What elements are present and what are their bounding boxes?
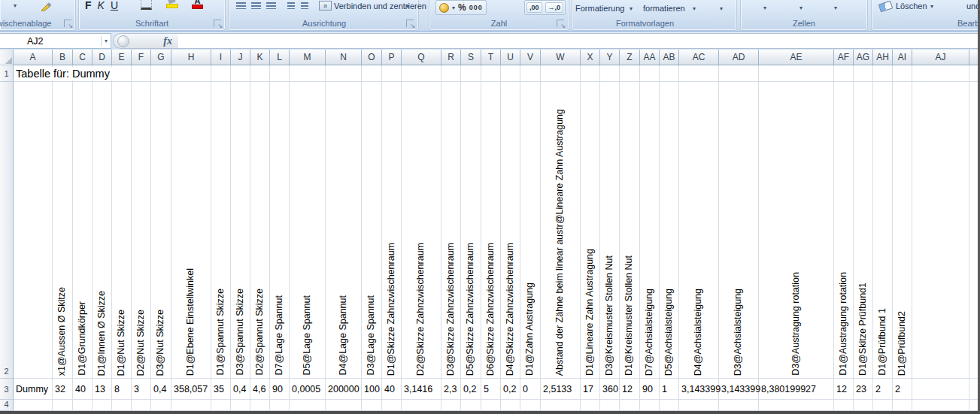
column-header-AG[interactable]: AG (854, 50, 873, 65)
cell-G2[interactable]: D3@Nut Skizze (151, 82, 171, 379)
cell-M4[interactable] (290, 400, 326, 411)
cell-AE2[interactable]: D3@Austragung rotation (759, 82, 834, 379)
cell-N1[interactable] (326, 65, 362, 82)
decrease-indent-icon[interactable] (287, 2, 295, 9)
fill-color-button-icon[interactable] (166, 0, 177, 8)
align-center-icon[interactable] (251, 2, 261, 9)
cell-AA2[interactable]: D7@Achsialsteigung (640, 82, 660, 379)
cell-AI3[interactable]: 2 (893, 379, 912, 400)
column-header-L[interactable]: L (270, 50, 290, 65)
column-header-H[interactable]: H (171, 50, 211, 65)
cell-AH2[interactable]: D1@Prüfbund 1 (873, 82, 893, 379)
cell-D4[interactable] (93, 400, 112, 411)
cell-F2[interactable]: D2@Nut Skizze (132, 82, 151, 379)
alignment-dialog-launcher-icon[interactable] (406, 20, 414, 27)
cell-I2[interactable]: D1@Spannut Skizze (211, 82, 231, 379)
cell-Q4[interactable] (402, 400, 441, 411)
cell-T4[interactable] (481, 400, 501, 411)
cell-J2[interactable]: D3@Spannut Skizze (231, 82, 250, 379)
cell-G1[interactable] (151, 65, 171, 82)
cell-O3[interactable]: 100 (362, 379, 382, 400)
cell-K3[interactable]: 4,6 (250, 379, 270, 400)
clear-button[interactable]: Löschen (896, 2, 927, 11)
cell-AF4[interactable] (834, 400, 854, 411)
column-header-V[interactable]: V (520, 50, 541, 65)
cell-X3[interactable]: 17 (581, 379, 600, 400)
column-header-AF[interactable]: AF (834, 50, 854, 65)
cell-H1[interactable] (171, 65, 211, 82)
cell-AC3[interactable]: 3,143399 (679, 379, 719, 400)
insert-function-button[interactable]: fx (113, 33, 180, 49)
cell-X4[interactable] (581, 400, 600, 411)
cell-E4[interactable] (112, 400, 132, 411)
cell-Y3[interactable]: 360 (600, 379, 620, 400)
column-header-W[interactable]: W (541, 50, 581, 65)
cell-AC4[interactable] (679, 400, 719, 411)
increase-decimal-button[interactable]: ,00 (526, 2, 542, 13)
cell-AJ4[interactable] (912, 400, 969, 411)
column-header-O[interactable]: O (362, 50, 382, 65)
cell-C2[interactable]: D1@Grundkörper (73, 82, 93, 379)
format-as-table-arrow[interactable]: ▾ (693, 5, 696, 12)
column-header-T[interactable]: T (481, 50, 501, 65)
clear-eraser-icon[interactable] (878, 1, 894, 13)
cell-L2[interactable]: D7@Lage Spannut (270, 82, 290, 379)
cell-AH4[interactable] (873, 400, 893, 411)
row-header-3[interactable]: 3 (0, 379, 14, 400)
column-header-AA[interactable]: AA (640, 50, 660, 65)
cell-AJ2[interactable] (912, 82, 969, 379)
cell-W2[interactable]: Abstand der Zähne beim linear austr@Line… (541, 82, 581, 379)
cell-E2[interactable]: D1@Nut Skizze (112, 82, 132, 379)
column-header-I[interactable]: I (211, 50, 231, 65)
cell-K2[interactable]: D2@Spannut Skizze (250, 82, 270, 379)
cell-AI1[interactable] (893, 65, 912, 82)
column-header-N[interactable]: N (326, 50, 362, 65)
cell-AH1[interactable] (873, 65, 893, 82)
cell-A2[interactable] (14, 82, 53, 379)
cell-P3[interactable]: 40 (382, 379, 402, 400)
cell-D3[interactable]: 13 (93, 379, 112, 400)
cell-R1[interactable] (441, 65, 461, 82)
cell-C3[interactable]: 40 (73, 379, 93, 400)
cell-X1[interactable] (581, 65, 600, 82)
cell-G4[interactable] (151, 400, 171, 411)
cell-R3[interactable]: 2,3 (441, 379, 461, 400)
cell-Q3[interactable]: 3,1416 (402, 379, 441, 400)
font-dialog-launcher-icon[interactable] (214, 20, 221, 27)
column-header-S[interactable]: S (461, 50, 481, 65)
cell-styles-arrow[interactable]: ▾ (720, 5, 723, 12)
cell-AD3[interactable]: 3,143399 (719, 379, 759, 400)
cell-W4[interactable] (541, 400, 581, 411)
column-header-D[interactable]: D (93, 50, 112, 65)
cell-E3[interactable]: 8 (112, 379, 132, 400)
cell-AF3[interactable]: 12 (834, 379, 854, 400)
cell-AE4[interactable] (759, 400, 834, 411)
cell-Z2[interactable]: D1@Kreismuster Stollen Nut (620, 82, 640, 379)
cell-O2[interactable]: D3@Lage Spannut (362, 82, 382, 379)
column-header-AE[interactable]: AE (759, 50, 834, 65)
cell-AF2[interactable]: D1@Austragung rotation (834, 82, 854, 379)
decrease-decimal-button[interactable]: →,0 (545, 2, 564, 13)
cell-U3[interactable]: 0,2 (501, 379, 520, 400)
delete-cells-arrow[interactable]: ▾ (799, 5, 803, 11)
increase-indent-icon[interactable] (301, 2, 308, 9)
format-painter-icon[interactable] (41, 0, 53, 14)
cell-R2[interactable]: D3@Skizze Zahnzwischenraum (441, 82, 461, 379)
cell-C4[interactable] (73, 400, 93, 411)
cell-AC1[interactable] (679, 65, 719, 82)
cell-AD1[interactable] (719, 65, 759, 82)
cell-AG4[interactable] (854, 400, 873, 411)
column-header-X[interactable]: X (581, 50, 600, 65)
column-header-AD[interactable]: AD (719, 50, 759, 65)
cell-N3[interactable]: 200000 (326, 379, 362, 400)
column-header-F[interactable]: F (132, 50, 151, 65)
cell-H4[interactable] (171, 400, 211, 411)
cell-AD4[interactable] (719, 400, 759, 411)
cell-N2[interactable]: D4@Lage Spannut (326, 82, 362, 379)
column-header-P[interactable]: P (382, 50, 402, 65)
cell-AA4[interactable] (640, 400, 660, 411)
cell-AB1[interactable] (660, 65, 679, 82)
cell-W3[interactable]: 2,5133 (541, 379, 581, 400)
conditional-formatting-arrow[interactable]: ▾ (630, 5, 633, 12)
cell-S3[interactable]: 0,2 (461, 379, 481, 400)
